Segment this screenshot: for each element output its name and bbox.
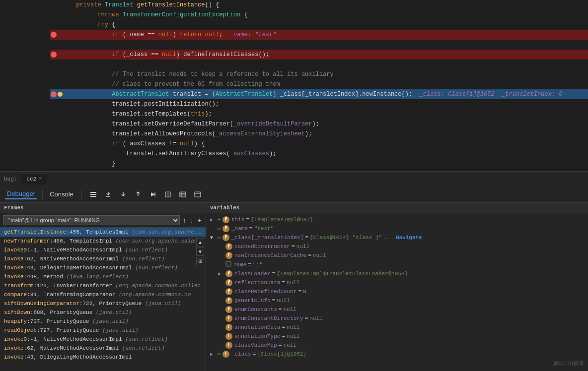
frame-item[interactable]: siftDownUsingComparator:722, PriorityQue… [0, 299, 206, 308]
frame-item[interactable]: readObject:797, PriorityQueue (java.util… [0, 326, 206, 335]
var-icon: f [225, 279, 232, 286]
frames-panel: Frames "main"@1 in group "main": RUNNING… [0, 203, 206, 371]
expand-arrow [218, 316, 224, 321]
var-item-enumConstantDirectory[interactable]: f enumConstantDirectory = null [206, 314, 588, 323]
frame-item[interactable]: invoke0:-1, NativeMethodAccessorImpl (su… [0, 335, 206, 344]
frame-item[interactable]: invoke:43, DelegatingMethodAccessorImpl … [0, 263, 206, 272]
code-line: translet.setAuxiliaryClasses(_auxClasses… [50, 149, 588, 159]
var-name: enumConstants [234, 307, 277, 312]
var-item-genericInfo[interactable]: f genericInfo = null [206, 296, 588, 305]
step-into-btn[interactable] [118, 190, 129, 199]
var-equals: = [292, 244, 295, 249]
type-token: AbstractTranslet [216, 91, 273, 98]
frame-item[interactable]: newTransformer:486, TemplatesImpl (com.s… [0, 237, 206, 246]
frame-package: (java.util) [92, 318, 129, 324]
frame-class: NativeMethodAccessorImpl [43, 336, 122, 342]
var-item-annotationData[interactable]: f annotationData = null [206, 323, 588, 332]
var-item-classRedefinedCount[interactable]: f classRedefinedCount = 0 [206, 287, 588, 296]
frame-item[interactable]: getTransletInstance:455, TemplatesImpl (… [0, 228, 206, 237]
svg-rect-2 [90, 196, 96, 197]
expand-arrow [218, 244, 224, 249]
var-equals: = [305, 235, 308, 241]
settings-btn[interactable] [192, 190, 203, 199]
comment-token: // class to prevent the GC from collecti… [112, 81, 280, 88]
var-prefix: ∞ [218, 235, 220, 241]
keyword: null [158, 31, 173, 38]
var-item-name-field[interactable]: F name = "j" [206, 260, 588, 269]
frame-item[interactable]: invoke:498, Method (java.lang.reflect) [0, 272, 206, 281]
var-value: "test" [254, 226, 274, 232]
var-equals: = [246, 217, 249, 223]
var-icon: f [225, 333, 232, 340]
show-frames-btn[interactable] [88, 190, 99, 199]
var-item-cachedConstructor[interactable]: f cachedConstructor = null [206, 242, 588, 251]
var-item-class[interactable]: ▶ ∞ f _class = {Class[1]@1052} [206, 350, 588, 359]
frames-list: getTransletInstance:455, TemplatesImpl (… [0, 228, 206, 371]
frame-class: TransformingComparator [43, 292, 115, 298]
keyword: return [180, 31, 201, 38]
scroll-controls: ▲ ▼ ⊞ [196, 238, 204, 265]
step-out-btn[interactable] [133, 190, 144, 199]
svg-rect-0 [90, 192, 96, 193]
frame-item[interactable]: invoke:62, NativeMethodAccessorImpl (sun… [0, 344, 206, 353]
console-tab-btn[interactable]: Console [48, 189, 75, 199]
run-to-cursor-btn[interactable] [147, 190, 158, 199]
var-name: genericInfo [234, 298, 271, 304]
watch-btn[interactable] [177, 190, 188, 199]
thread-selector[interactable]: "main"@1 in group "main": RUNNING [3, 215, 180, 225]
var-item-classValueMap[interactable]: f classValueMap = null [206, 341, 588, 350]
frame-item[interactable]: invoke0:-1, NativeMethodAccessorImpl (su… [0, 246, 206, 254]
var-item-this[interactable]: ▶ + f this = {TemplatesImpl@987} [206, 215, 588, 224]
frames-add-btn[interactable]: + [197, 215, 203, 225]
debugger-tab-btn[interactable]: Debugger [5, 189, 37, 199]
frame-class: PriorityQueue [47, 318, 89, 324]
frame-item[interactable]: heapify:737, PriorityQueue (java.util) [0, 317, 206, 326]
var-item-newInstanceCallerCache[interactable]: f newInstanceCallerCache = null [206, 251, 588, 260]
var-name: annotationData [234, 324, 280, 330]
var-name: this [231, 217, 244, 223]
frame-package: (sun.reflect) [122, 256, 165, 262]
frame-item[interactable]: siftDown:688, PriorityQueue (java.util) [0, 308, 206, 317]
debug-value: _class: Class[1]@1052 _transletIndex: 0 [420, 91, 563, 98]
step-over-btn[interactable] [103, 190, 114, 199]
var-item-reflectionData[interactable]: f reflectionData = null [206, 278, 588, 287]
var-name: cachedConstructor [234, 244, 290, 249]
frame-method: readObject [4, 327, 37, 333]
var-icon: f [225, 342, 232, 349]
var-icon: f [225, 297, 232, 304]
var-icon: f [222, 234, 229, 241]
var-item-annotationType[interactable]: f annotationType = null [206, 332, 588, 341]
code-line: private Translet getTransletInstance() { [50, 0, 588, 10]
var-item-enumConstants[interactable]: f enumConstants = null [206, 305, 588, 314]
frame-package: (java.lang.reflect) [66, 274, 128, 280]
var-equals: = [282, 324, 285, 330]
keyword: this [191, 111, 205, 118]
svg-rect-1 [90, 194, 96, 195]
expand-arrow [218, 325, 224, 330]
tab-cc2[interactable]: cc2 × [21, 174, 47, 185]
frames-up-btn[interactable]: ↑ [182, 215, 187, 225]
frame-item[interactable]: invoke:62, NativeMethodAccessorImpl (sun… [0, 254, 206, 263]
scroll-up-btn[interactable]: ▲ [196, 238, 204, 247]
copy-btn[interactable]: ⊞ [196, 257, 204, 265]
scroll-down-btn[interactable]: ▼ [196, 247, 204, 256]
tab-close-btn[interactable]: × [39, 176, 42, 182]
comment-token: // The translet needs to keep a referenc… [112, 71, 333, 78]
frame-item[interactable]: compare:81, TransformingComparator (org.… [0, 290, 206, 299]
frame-item[interactable]: invoke:43, DelegatingMethodAccessorImpl [0, 353, 206, 362]
var-item-classLoader[interactable]: ▶ f classLoader = {TemplatesImpl$Transle… [206, 269, 588, 278]
var-icon: f [225, 288, 232, 295]
variables-list: ▶ + f this = {TemplatesImpl@987} ∞ f _na… [206, 213, 588, 371]
keyword: if [112, 51, 119, 58]
frame-item[interactable]: transform:129, InvokerTransformer (org.a… [0, 281, 206, 290]
var-item-name[interactable]: ∞ f _name = "test" [206, 224, 588, 233]
tab-label: cc2 [26, 176, 36, 182]
type-token: TransformerConfigurationException [123, 11, 241, 18]
frames-down-btn[interactable]: ↓ [189, 215, 195, 225]
keyword: if [112, 31, 119, 38]
evaluate-btn[interactable] [162, 190, 173, 199]
expand-arrow [210, 226, 216, 232]
var-value: "j" [253, 262, 263, 268]
navigate-link[interactable]: Navigate [396, 235, 422, 241]
var-item-class-translet[interactable]: ▼ ∞ f _class[_transletIndex] = {Class@10… [206, 233, 588, 242]
